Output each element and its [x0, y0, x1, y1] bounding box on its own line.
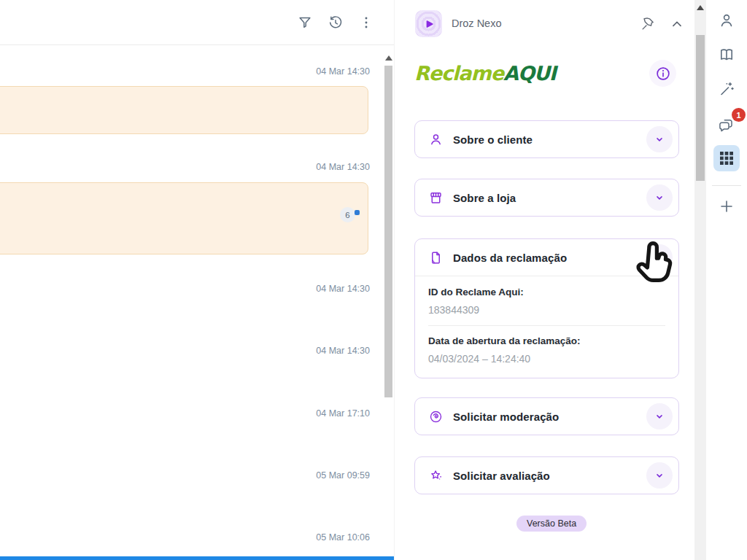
section-label: Sobre o cliente [453, 133, 533, 146]
section-sobre-a-loja: Sobre a loja [414, 179, 679, 217]
section-header[interactable]: Sobre a loja [415, 179, 678, 216]
section-solicitar-moderacao: Solicitar moderação [414, 397, 679, 435]
field-value: 183844309 [428, 304, 665, 316]
section-header[interactable]: Dados da reclamação [415, 239, 678, 276]
reaction-count-badge[interactable]: 6 [340, 207, 355, 222]
section-body: ID do Reclame Aqui: 183844309 Data de ab… [415, 276, 678, 365]
chat-scrollbar-thumb[interactable] [384, 66, 392, 397]
section-header[interactable]: Sobre o cliente [415, 121, 678, 158]
section-header[interactable]: Solicitar avaliação [415, 457, 678, 494]
chevron-down-icon[interactable] [646, 126, 673, 152]
message-bubble[interactable] [0, 86, 368, 134]
scroll-up-arrow[interactable] [385, 55, 392, 61]
add-icon[interactable] [718, 198, 735, 215]
message-timestamp: 04 Mar 14:30 [316, 346, 370, 356]
message-timestamp: 05 Mar 10:06 [316, 532, 370, 542]
section-label: Sobre a loja [453, 192, 516, 204]
message-timestamp: 04 Mar 14:30 [316, 162, 370, 172]
person-icon [428, 132, 444, 147]
info-icon [655, 66, 671, 82]
message-timestamp: 04 Mar 17:10 [316, 408, 370, 419]
section-dados-da-reclamacao: Dados da reclamação ID do Reclame Aqui: … [414, 238, 679, 378]
filter-icon[interactable] [297, 15, 313, 31]
panel-scrollbar-thumb[interactable] [696, 35, 705, 181]
logo-part-dark: AQUI [503, 62, 556, 85]
logo-part-light: Reclame [414, 62, 503, 85]
field-label: Data de abertura da reclamação: [428, 335, 665, 346]
book-icon[interactable] [718, 46, 735, 63]
reclameaqui-logo: ReclameAQUI [414, 61, 556, 86]
section-label: Solicitar avaliação [453, 470, 550, 482]
apps-grid-icon[interactable] [713, 145, 740, 171]
extension-panel: Droz Nexo ReclameAQUI [394, 0, 694, 560]
field-label: ID do Reclame Aqui: [428, 287, 665, 298]
section-label: Solicitar moderação [453, 411, 559, 423]
section-header[interactable]: Solicitar moderação [415, 398, 678, 435]
message-bubble[interactable] [0, 182, 368, 254]
chevron-down-icon[interactable] [646, 403, 673, 429]
pin-icon[interactable] [640, 16, 656, 32]
collapse-panel-icon[interactable] [669, 16, 685, 32]
chevron-up-icon[interactable] [646, 244, 673, 271]
message-timestamp: 04 Mar 14:30 [316, 284, 370, 294]
document-icon [428, 250, 444, 265]
brand-row: ReclameAQUI [395, 60, 695, 89]
extension-header: Droz Nexo [395, 10, 695, 39]
chat-panel: 04 Mar 14:30 04 Mar 14:30 6 04 Mar 14:30… [0, 0, 394, 560]
notification-badge[interactable]: 1 [732, 108, 746, 122]
unread-dot [355, 210, 360, 215]
scroll-up-arrow[interactable] [697, 5, 704, 10]
section-label: Dados da reclamação [453, 252, 567, 264]
store-icon [428, 190, 444, 206]
more-options-icon[interactable] [358, 15, 374, 31]
bottom-accent-bar [0, 556, 394, 560]
profile-icon[interactable] [718, 12, 735, 29]
section-sobre-o-cliente: Sobre o cliente [414, 120, 679, 158]
star-icon [428, 468, 444, 483]
section-solicitar-avaliacao: Solicitar avaliação [414, 456, 679, 494]
extension-title: Droz Nexo [452, 18, 502, 29]
field-value: 04/03/2024 – 14:24:40 [428, 353, 665, 365]
droz-nexo-app-icon[interactable] [415, 10, 442, 37]
field-divider [428, 325, 665, 326]
beta-version-badge: Versão Beta [516, 516, 587, 532]
moderation-icon [428, 409, 444, 424]
message-timestamp: 04 Mar 14:30 [316, 66, 370, 77]
chat-toolbar [0, 0, 394, 45]
chevron-down-icon[interactable] [646, 462, 673, 489]
chevron-down-icon[interactable] [646, 184, 673, 211]
info-button[interactable] [649, 60, 676, 87]
rail-divider [712, 185, 741, 186]
history-icon[interactable] [328, 15, 344, 31]
magic-wand-icon[interactable] [718, 80, 735, 98]
browser-side-rail: 1 [706, 0, 747, 560]
message-timestamp: 05 Mar 09:59 [316, 470, 370, 481]
